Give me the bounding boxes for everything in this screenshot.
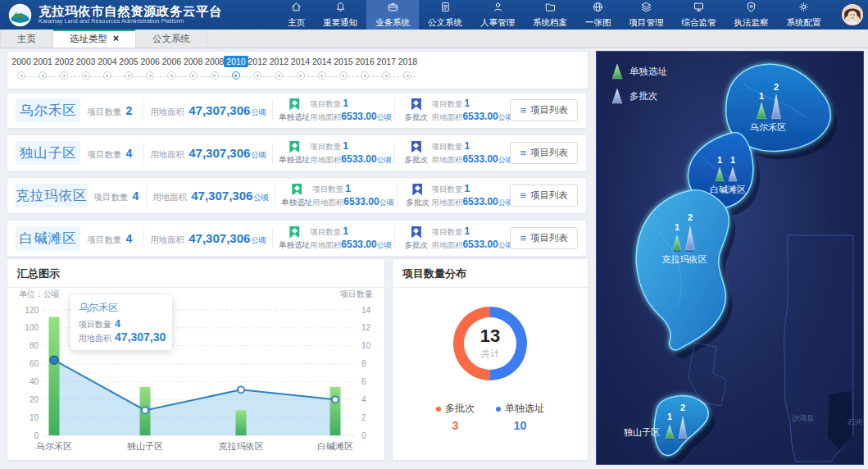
district-row: 乌尔禾区项目数量2用地面积47,307,306公顷单独选址项目数量1用地面积65… xyxy=(7,92,587,129)
nav-item-gear[interactable]: 系统配置 xyxy=(778,0,830,30)
map-legend-label: 单独选址 xyxy=(629,66,667,78)
tab-label: 公文系统 xyxy=(152,33,190,45)
nav-item-monitor[interactable]: 综合监管 xyxy=(673,0,725,30)
year-label: 2002 xyxy=(55,56,74,67)
timeline-year-2006[interactable]: 2006 xyxy=(139,56,161,80)
nav-item-shield[interactable]: 执法监察 xyxy=(725,0,778,30)
nav-item-bell[interactable]: 重要通知 xyxy=(314,0,366,30)
line-point-active[interactable] xyxy=(50,356,58,364)
timeline-year-2014[interactable]: 2014 xyxy=(289,56,311,80)
svg-text:10: 10 xyxy=(361,341,371,350)
nav-item-document[interactable]: 公文系统 xyxy=(419,0,471,30)
land-area-label: 用地面积 xyxy=(310,112,341,123)
timeline-year-2005[interactable]: 2005 xyxy=(118,56,139,80)
nav-item-layers[interactable]: 项目管理 xyxy=(620,0,673,30)
nav-item-briefcase[interactable]: 业务系统 xyxy=(366,0,419,30)
nav-label: 人事管理 xyxy=(480,17,515,29)
district-name[interactable]: 克拉玛依区 xyxy=(16,184,88,207)
line-point[interactable] xyxy=(142,407,148,413)
avatar[interactable] xyxy=(842,4,863,25)
district-name[interactable]: 白碱滩区 xyxy=(16,226,80,250)
year-dot[interactable] xyxy=(382,71,390,80)
timeline-year-2012[interactable]: 2012 xyxy=(268,56,289,80)
timeline-year-2002[interactable]: 2002 xyxy=(53,56,75,80)
year-label: 2008 xyxy=(205,56,224,67)
year-dot[interactable] xyxy=(361,71,369,80)
land-area-label: 用地面积 xyxy=(310,155,341,166)
distribution-title: 项目数量分布 xyxy=(393,259,588,288)
year-dot[interactable] xyxy=(82,71,90,80)
nav-item-home[interactable]: 主页 xyxy=(279,0,314,30)
multi-area-value: 6533.00 xyxy=(462,196,498,207)
timeline-year-2006[interactable]: 2006 xyxy=(161,56,182,80)
tab-0[interactable]: 主页 xyxy=(0,30,53,48)
line-point[interactable] xyxy=(332,396,339,403)
nav-item-folder[interactable]: 系统档案 xyxy=(524,0,576,30)
timeline-year-2016[interactable]: 2016 xyxy=(354,56,375,80)
map-legend: 单独选址多批次 xyxy=(611,63,667,112)
timeline-year-2015[interactable]: 2015 xyxy=(333,56,354,80)
timeline-year-2008[interactable]: 2008 xyxy=(183,56,204,80)
close-icon[interactable]: × xyxy=(113,33,119,44)
year-dot[interactable] xyxy=(167,71,175,80)
bar[interactable] xyxy=(236,410,247,435)
project-list-button[interactable]: ≡项目列表 xyxy=(510,99,578,121)
tab-2[interactable]: 公文系统 xyxy=(136,30,207,48)
project-list-button[interactable]: ≡项目列表 xyxy=(510,184,578,207)
year-dot[interactable] xyxy=(232,71,240,80)
project-list-button[interactable]: ≡项目列表 xyxy=(510,142,578,164)
year-dot[interactable] xyxy=(318,71,326,80)
year-dot[interactable] xyxy=(146,71,154,80)
monitor-icon xyxy=(693,1,705,16)
year-dot[interactable] xyxy=(39,71,47,80)
year-dot[interactable] xyxy=(297,71,305,80)
timeline-year-2018[interactable]: 2018 xyxy=(397,56,418,80)
single-count-value: 1 xyxy=(343,225,348,237)
land-area-value: 47,307,306 xyxy=(189,231,250,245)
district-name[interactable]: 乌尔禾区 xyxy=(16,98,80,122)
map-region-label: 克拉玛依区 xyxy=(662,254,707,264)
year-dot[interactable] xyxy=(125,71,133,80)
project-list-button[interactable]: ≡项目列表 xyxy=(510,227,578,249)
year-dot[interactable] xyxy=(339,71,348,80)
timeline-year-2001[interactable]: 2001 xyxy=(32,56,53,80)
marker-count: 1 xyxy=(717,155,722,165)
app-header: 克拉玛依市自然资源政务云平台 Karamay Land and Resource… xyxy=(0,0,868,30)
legend-item-multi-batch[interactable]: 多批次3 xyxy=(436,402,475,432)
year-dot[interactable] xyxy=(211,71,219,80)
district-name[interactable]: 独山子区 xyxy=(16,141,80,165)
single-area-value: 6533.00 xyxy=(343,196,379,207)
year-dot[interactable] xyxy=(253,71,261,80)
timeline-year-2012[interactable]: 2012 xyxy=(247,56,268,80)
nav-item-globe[interactable]: 一张图 xyxy=(576,0,620,30)
year-dot[interactable] xyxy=(275,71,283,80)
right-axis-title: 项目数量 xyxy=(340,289,373,300)
year-dot[interactable] xyxy=(17,71,25,80)
district-row: 白碱滩区项目数量4用地面积47,307,306公顷单独选址项目数量1用地面积65… xyxy=(7,220,587,257)
year-dot[interactable] xyxy=(189,71,198,80)
bar[interactable] xyxy=(49,317,60,435)
year-dot[interactable] xyxy=(103,71,111,80)
multi-area-value: 6533.00 xyxy=(462,153,498,165)
timeline-year-2010[interactable]: 2010 xyxy=(225,56,247,80)
legend-item-single-site[interactable]: 单独选址10 xyxy=(496,402,544,432)
line-point[interactable] xyxy=(238,386,244,393)
marker-count: 2 xyxy=(680,403,685,412)
year-dot[interactable] xyxy=(403,71,411,80)
timeline-year-2014[interactable]: 2014 xyxy=(311,56,333,80)
svg-text:40: 40 xyxy=(30,377,39,386)
year-dot[interactable] xyxy=(60,71,68,80)
timeline-year-2003[interactable]: 2003 xyxy=(75,56,97,80)
tab-1[interactable]: 选址类型× xyxy=(53,30,136,48)
timeline-year-2017[interactable]: 2017 xyxy=(375,56,397,80)
svg-text:14: 14 xyxy=(361,306,371,315)
timeline-year-2008[interactable]: 2008 xyxy=(204,56,225,80)
bar[interactable] xyxy=(330,387,341,435)
nav-item-user[interactable]: 人事管理 xyxy=(471,0,524,30)
single-site-label: 单独选址 xyxy=(279,240,310,251)
user-icon xyxy=(492,1,504,16)
legend-dot xyxy=(496,407,501,412)
timeline-year-2004[interactable]: 2004 xyxy=(97,56,118,80)
legend-dot xyxy=(436,407,441,412)
timeline-year-2000[interactable]: 2000 xyxy=(11,56,32,80)
